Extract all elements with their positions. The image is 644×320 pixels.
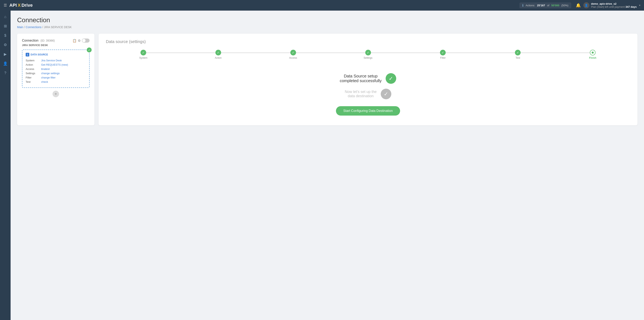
success-check-green-icon: ✓ bbox=[386, 73, 396, 84]
step-circle-test: ✓ bbox=[515, 50, 520, 56]
bell-button[interactable]: 🔔 bbox=[576, 3, 581, 8]
ds-row-action: Action Get REQUESTS (new) bbox=[26, 63, 86, 66]
start-configuring-button[interactable]: Start Configuring Data Destination bbox=[336, 106, 400, 116]
datasource-label-text: DATA SOURCE bbox=[30, 53, 48, 56]
ds-val-filter[interactable]: change filter bbox=[41, 76, 56, 79]
card-title: Connection bbox=[22, 39, 38, 42]
step-access: ✓ Access bbox=[256, 50, 331, 59]
ds-val-test[interactable]: check bbox=[41, 80, 48, 83]
user-plan: Plan |Start| left until payment 347 days bbox=[591, 5, 637, 8]
actions-total: 50'000 bbox=[551, 4, 559, 7]
success-row-secondary: Now let's set up thedata destination ✓ bbox=[345, 89, 391, 99]
cards-row: Connection (ID: 39366) 📋 ⚙ JIRA SERVICE … bbox=[17, 34, 638, 125]
page-title: Connection bbox=[17, 16, 638, 24]
actions-of-text: of bbox=[547, 4, 549, 7]
datasource-num: 1 bbox=[26, 53, 29, 57]
step-circle-system: ✓ bbox=[140, 50, 146, 56]
breadcrumb: Main / Connections / JIRA SERVICE DESK bbox=[17, 26, 638, 29]
left-card: Connection (ID: 39366) 📋 ⚙ JIRA SERVICE … bbox=[17, 34, 94, 125]
step-circle-access: ✓ bbox=[290, 50, 296, 56]
ds-val-access[interactable]: tinatest bbox=[41, 68, 50, 71]
sidebar-item-tools[interactable]: ⚙ bbox=[1, 41, 9, 49]
step-settings: ✓ Settings bbox=[331, 50, 406, 59]
actions-label: Actions: bbox=[526, 4, 535, 7]
user-section: 👤 demo_apix-drive_s2 Plan |Start| left u… bbox=[583, 2, 640, 8]
sidebar-item-play[interactable]: ▶ bbox=[1, 50, 9, 58]
breadcrumb-current: JIRA SERVICE DESK bbox=[44, 26, 72, 29]
menu-hamburger-icon[interactable]: ☰ bbox=[4, 3, 7, 8]
step-finish: Finish bbox=[555, 50, 630, 59]
right-card-title-settings: (settings) bbox=[129, 39, 146, 44]
chevron-down-icon[interactable]: ▾ bbox=[639, 4, 640, 7]
sidebar-item-home[interactable]: ⌂ bbox=[1, 13, 9, 21]
toggle-switch[interactable] bbox=[82, 39, 90, 43]
step-filter: ✓ Filter bbox=[406, 50, 480, 59]
step-label-finish: Finish bbox=[589, 57, 596, 59]
info-icon: ℹ bbox=[522, 4, 524, 7]
actions-pct: (50%) bbox=[561, 4, 568, 7]
copy-icon[interactable]: 📋 bbox=[72, 39, 76, 43]
step-action: ✓ Action bbox=[181, 50, 256, 59]
success-check-gray-icon: ✓ bbox=[381, 89, 391, 99]
ds-row-settings: Settings change settings bbox=[26, 72, 86, 75]
ds-val-action[interactable]: Get REQUESTS (new) bbox=[41, 63, 68, 66]
datasource-box: ✓ 1 DATA SOURCE System Jira Service Desk… bbox=[22, 50, 90, 88]
card-header: Connection (ID: 39366) 📋 ⚙ bbox=[22, 39, 90, 43]
settings-icon[interactable]: ⚙ bbox=[78, 39, 81, 43]
right-card: Data source (settings) ✓ System ✓ Action… bbox=[98, 34, 638, 125]
card-id: (ID: 39366) bbox=[40, 39, 55, 42]
user-info: demo_apix-drive_s2 Plan |Start| left unt… bbox=[591, 2, 637, 8]
step-circle-finish bbox=[590, 50, 596, 56]
right-card-title: Data source (settings) bbox=[106, 39, 630, 44]
ds-val-settings[interactable]: change settings bbox=[41, 72, 60, 75]
sidebar-item-help[interactable]: ? bbox=[1, 69, 9, 77]
step-label-filter: Filter bbox=[440, 57, 446, 59]
datasource-label: 1 DATA SOURCE bbox=[26, 53, 86, 57]
step-system: ✓ System bbox=[106, 50, 181, 59]
success-section: Data Source setupcompleted successfully … bbox=[106, 69, 630, 120]
logo-x: X bbox=[18, 3, 21, 8]
user-avatar: 👤 bbox=[583, 2, 590, 8]
datasource-check-icon: ✓ bbox=[87, 48, 92, 52]
step-circle-filter: ✓ bbox=[440, 50, 446, 56]
sidebar-item-grid[interactable]: ⊞ bbox=[1, 22, 9, 30]
step-circle-action: ✓ bbox=[216, 50, 221, 56]
sidebar: ⌂ ⊞ $ ⚙ ▶ 👤 ? bbox=[0, 11, 10, 320]
step-label-settings: Settings bbox=[364, 57, 372, 59]
add-datasource-button[interactable]: + bbox=[52, 91, 59, 97]
step-label-test: Test bbox=[516, 57, 520, 59]
user-name: demo_apix-drive_s2 bbox=[591, 2, 637, 5]
ds-row-system: System Jira Service Desk bbox=[26, 59, 86, 62]
logo-api: API bbox=[9, 3, 17, 8]
actions-pill: ℹ Actions: 25'167 of 50'000 (50%) bbox=[520, 3, 571, 8]
breadcrumb-main[interactable]: Main bbox=[17, 26, 23, 29]
breadcrumb-connections[interactable]: Connections bbox=[26, 26, 42, 29]
steps-row: ✓ System ✓ Action ✓ Access ✓ Settings bbox=[106, 50, 630, 59]
ds-row-access: Access tinatest bbox=[26, 68, 86, 71]
step-label-action: Action bbox=[215, 57, 222, 59]
sidebar-item-billing[interactable]: $ bbox=[1, 31, 9, 40]
sidebar-item-user[interactable]: 👤 bbox=[1, 60, 9, 68]
success-secondary-text: Now let's set up thedata destination bbox=[345, 90, 377, 98]
topnav: ☰ APIXDrive ℹ Actions: 25'167 of 50'000 … bbox=[0, 0, 644, 11]
step-label-system: System bbox=[139, 57, 148, 59]
actions-count: 25'167 bbox=[537, 4, 545, 7]
logo: APIXDrive bbox=[9, 3, 32, 8]
add-btn-container: + bbox=[22, 91, 90, 97]
step-test: ✓ Test bbox=[480, 50, 555, 59]
ds-row-filter: Filter change filter bbox=[26, 76, 86, 79]
success-primary-text: Data Source setupcompleted successfully bbox=[340, 74, 382, 83]
main-content: Connection Main / Connections / JIRA SER… bbox=[10, 11, 644, 320]
card-icons: 📋 ⚙ bbox=[72, 39, 90, 43]
step-label-access: Access bbox=[289, 57, 297, 59]
ds-val-system[interactable]: Jira Service Desk bbox=[41, 59, 62, 62]
right-card-title-text: Data source bbox=[106, 39, 128, 44]
ds-row-test: Test check bbox=[26, 80, 86, 83]
logo-drive: Drive bbox=[22, 3, 32, 8]
success-row-primary: Data Source setupcompleted successfully … bbox=[340, 73, 396, 84]
step-circle-settings: ✓ bbox=[365, 50, 371, 56]
card-subtitle: JIRA SERVICE DESK bbox=[22, 44, 90, 47]
